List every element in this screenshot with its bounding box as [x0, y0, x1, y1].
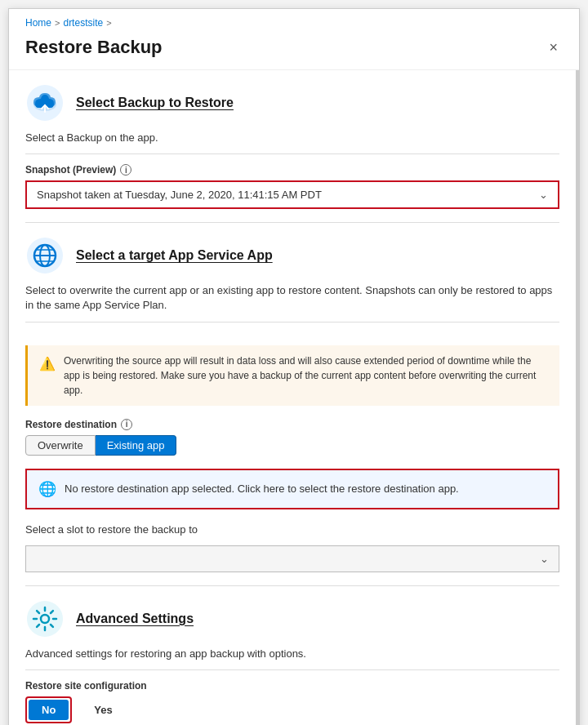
restore-destination-info-icon[interactable]: i [121, 419, 132, 430]
backup-section: Select Backup to Restore Select a Backup… [9, 70, 576, 222]
slot-dropdown[interactable]: ⌄ [25, 545, 559, 572]
breadcrumb-sep2: > [106, 18, 111, 28]
snapshot-label: Snapshot (Preview) i [25, 164, 559, 176]
restore-site-config-toggle: No Yes [25, 696, 559, 723]
snapshot-dropdown[interactable]: Snapshot taken at Tuesday, June 2, 2020,… [25, 180, 559, 209]
breadcrumb-sep1: > [55, 18, 60, 28]
snapshot-value: Snapshot taken at Tuesday, June 2, 2020,… [37, 189, 322, 201]
slot-dropdown-arrow: ⌄ [540, 553, 549, 565]
target-app-section: Select a target App Service App Select t… [9, 223, 576, 345]
svg-point-9 [27, 601, 63, 637]
restore-destination-section: Restore destination i Overwrite Existing… [9, 406, 576, 469]
advanced-settings-header: Advanced Settings [25, 599, 559, 638]
page-header: Restore Backup × [9, 33, 579, 70]
existing-app-option[interactable]: Existing app [96, 435, 177, 456]
gear-icon [25, 599, 65, 638]
close-button[interactable]: × [544, 38, 563, 56]
main-window: Home > drtestsite > Restore Backup × [8, 8, 580, 725]
slot-label: Select a slot to restore the backup to [25, 523, 559, 537]
backup-section-desc: Select a Backup on the app. [25, 131, 559, 145]
breadcrumb-site[interactable]: drtestsite [63, 17, 103, 29]
toggle-no-button[interactable]: No [29, 700, 69, 720]
page-title: Restore Backup [25, 37, 163, 58]
restore-destination-radio-group: Overwrite Existing app [25, 435, 559, 456]
breadcrumb: Home > drtestsite > [9, 9, 579, 33]
backup-section-title: Select Backup to Restore [76, 96, 234, 110]
slot-section: Select a slot to restore the backup to ⌄ [9, 509, 576, 585]
advanced-settings-desc: Advanced settings for restoring an app b… [25, 647, 559, 661]
backup-section-header: Select Backup to Restore [25, 83, 559, 122]
destination-selector-text: No restore destination app selected. Cli… [65, 483, 459, 495]
advanced-settings-title: Advanced Settings [76, 612, 194, 626]
target-app-section-desc: Select to overwrite the current app or a… [25, 283, 559, 313]
warning-text: Overwriting the source app will result i… [64, 354, 548, 398]
toggle-container: No [25, 696, 72, 723]
advanced-settings-section: Advanced Settings Advanced settings for … [9, 586, 576, 725]
globe-icon [25, 236, 65, 275]
destination-selector[interactable]: 🌐 No restore destination app selected. C… [25, 469, 559, 509]
restore-destination-label: Restore destination i [25, 419, 559, 430]
cloud-backup-icon [25, 83, 65, 122]
destination-selector-icon: 🌐 [38, 480, 56, 498]
snapshot-info-icon[interactable]: i [120, 164, 131, 176]
warning-box: ⚠️ Overwriting the source app will resul… [25, 345, 559, 406]
target-app-section-title: Select a target App Service App [76, 248, 273, 263]
restore-site-config-label: Restore site configuration [25, 680, 559, 692]
breadcrumb-home[interactable]: Home [25, 17, 51, 29]
warning-icon: ⚠️ [39, 354, 56, 374]
toggle-yes-button[interactable]: Yes [80, 699, 126, 721]
overwrite-option[interactable]: Overwrite [25, 435, 96, 456]
target-app-section-header: Select a target App Service App [25, 236, 559, 275]
content-area: Select Backup to Restore Select a Backup… [9, 70, 579, 725]
snapshot-dropdown-arrow: ⌄ [539, 189, 548, 201]
